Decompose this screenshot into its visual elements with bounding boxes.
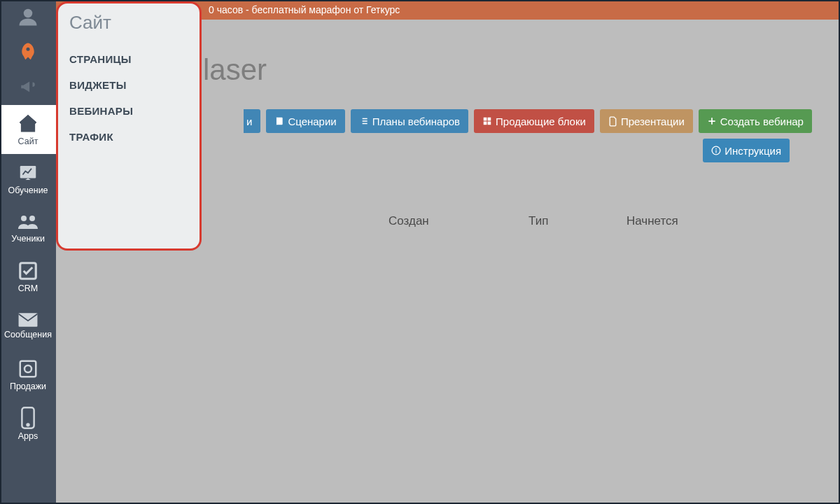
flyout-item-traffic[interactable]: ТРАФИК xyxy=(69,124,188,150)
action-bar: и Сценарии Планы вебинаров Продающие бло… xyxy=(244,109,812,133)
megaphone-icon xyxy=(19,78,37,96)
selling-blocks-button[interactable]: Продающие блоки xyxy=(474,109,594,133)
sidebar-item-profile[interactable] xyxy=(0,0,56,35)
sidebar: Сайт Обучение Ученики CRM Сообщения Прод… xyxy=(0,0,56,504)
plus-icon xyxy=(707,116,717,126)
instruction-row: Инструкция xyxy=(703,139,790,162)
button-label: Создать вебинар xyxy=(720,115,804,127)
sidebar-label: Сообщения xyxy=(4,330,52,340)
sidebar-item-apps[interactable]: Apps xyxy=(0,399,56,448)
button-label: Планы вебинаров xyxy=(372,115,460,127)
svg-rect-7 xyxy=(20,360,36,377)
page-title: laser xyxy=(203,53,267,87)
button-label: Сценарии xyxy=(288,115,336,127)
svg-rect-17 xyxy=(716,150,717,153)
home-icon xyxy=(18,113,38,134)
svg-point-4 xyxy=(29,216,35,221)
th-starts: Начнется xyxy=(626,214,724,228)
create-webinar-button[interactable]: Создать вебинар xyxy=(699,109,812,133)
table-header: Создан Тип Начнется xyxy=(112,214,840,228)
sidebar-label: Apps xyxy=(18,431,38,441)
webinar-plans-button[interactable]: Планы вебинаров xyxy=(351,109,468,133)
sidebar-item-crm[interactable]: CRM xyxy=(0,252,56,301)
svg-point-8 xyxy=(24,365,31,372)
presentations-button[interactable]: Презентации xyxy=(600,109,693,133)
svg-rect-6 xyxy=(19,313,38,327)
button-label: Презентации xyxy=(621,115,685,127)
button-label: и xyxy=(246,115,252,127)
sidebar-label: Обучение xyxy=(8,186,48,195)
sidebar-item-training[interactable]: Обучение xyxy=(0,154,56,203)
sidebar-label: CRM xyxy=(18,284,38,293)
button-label: Продающие блоки xyxy=(496,115,586,127)
file-icon xyxy=(608,116,617,127)
scenarios-button[interactable]: Сценарии xyxy=(266,109,344,133)
flyout-item-pages[interactable]: СТРАНИЦЫ xyxy=(69,46,188,72)
sidebar-item-students[interactable]: Ученики xyxy=(0,203,56,252)
svg-rect-14 xyxy=(488,122,491,125)
th-type: Тип xyxy=(528,214,626,228)
svg-rect-11 xyxy=(484,118,487,121)
mail-icon xyxy=(18,312,38,328)
site-submenu-flyout: Сайт СТРАНИЦЫ ВИДЖЕТЫ ВЕБИНАРЫ ТРАФИК xyxy=(56,1,202,251)
flyout-item-webinars[interactable]: ВЕБИНАРЫ xyxy=(69,98,188,124)
banner-text: 0 часов - бесплатный марафон от Геткурс xyxy=(209,4,400,15)
sidebar-item-site[interactable]: Сайт xyxy=(0,105,56,154)
svg-rect-13 xyxy=(484,122,487,125)
svg-rect-12 xyxy=(488,118,491,121)
check-square-icon xyxy=(18,260,38,281)
sidebar-label: Ученики xyxy=(11,234,45,244)
users-icon xyxy=(17,212,39,232)
button-label: Инструкция xyxy=(724,145,781,157)
info-icon xyxy=(711,146,721,155)
svg-point-3 xyxy=(21,216,27,221)
grid-icon xyxy=(482,116,492,126)
list-icon xyxy=(359,116,369,126)
flyout-title: Сайт xyxy=(69,12,188,34)
th-created: Создан xyxy=(388,214,528,228)
sidebar-item-rocket[interactable] xyxy=(0,35,56,70)
sidebar-label: Сайт xyxy=(18,136,38,146)
sidebar-item-announce[interactable] xyxy=(0,70,56,105)
instruction-button[interactable]: Инструкция xyxy=(703,139,790,162)
sidebar-item-sales[interactable]: Продажи xyxy=(0,350,56,399)
phone-icon xyxy=(20,407,36,429)
chart-icon xyxy=(18,162,38,183)
user-icon xyxy=(18,6,38,27)
button-partial[interactable]: и xyxy=(244,109,260,133)
svg-point-10 xyxy=(27,424,29,426)
book-icon xyxy=(274,116,284,126)
flyout-item-widgets[interactable]: ВИДЖЕТЫ xyxy=(69,72,188,98)
sidebar-item-messages[interactable]: Сообщения xyxy=(0,301,56,350)
svg-point-16 xyxy=(715,148,717,150)
sidebar-label: Продажи xyxy=(10,382,46,391)
rocket-icon xyxy=(18,41,38,62)
safe-icon xyxy=(18,358,38,379)
svg-point-0 xyxy=(24,8,33,18)
svg-point-1 xyxy=(27,47,30,50)
